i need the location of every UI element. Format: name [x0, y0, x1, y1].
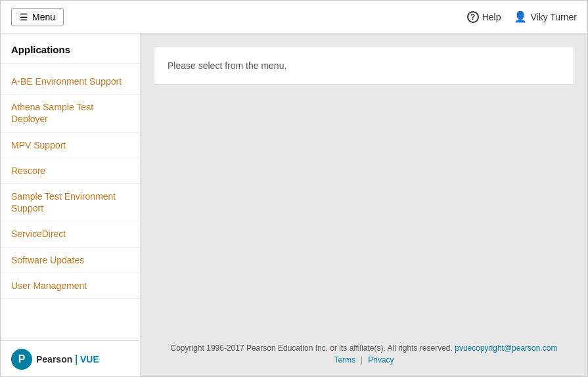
- menu-button[interactable]: ☰ Menu: [11, 8, 64, 26]
- copyright-text: Copyright 1996-2017 Pearson Education In…: [154, 344, 574, 353]
- sidebar-nav-item[interactable]: A-BE Environment Support: [1, 69, 140, 95]
- main-layout: Applications A-BE Environment SupportAth…: [1, 33, 587, 377]
- sidebar-footer: P Pearson | VUE: [1, 340, 140, 377]
- footer-separator: |: [361, 355, 363, 365]
- sidebar-nav-item[interactable]: ServiceDirect: [1, 221, 140, 247]
- footer-links: Terms | Privacy: [154, 355, 574, 365]
- sidebar-nav-item[interactable]: Sample Test Environment Support: [1, 184, 140, 221]
- sidebar-nav-item[interactable]: MPV Support: [1, 133, 140, 158]
- help-icon: ?: [467, 11, 479, 23]
- sidebar-nav-item[interactable]: Athena Sample Test Deployer: [1, 95, 140, 132]
- pearson-vue-text: | VUE: [75, 354, 99, 365]
- menu-label: Menu: [32, 12, 55, 22]
- hamburger-icon: ☰: [20, 12, 28, 22]
- content-footer: Copyright 1996-2017 Pearson Education In…: [154, 337, 574, 365]
- content-area: Please select from the menu. Copyright 1…: [141, 33, 587, 377]
- sidebar: Applications A-BE Environment SupportAth…: [1, 33, 141, 377]
- help-label: Help: [482, 12, 501, 22]
- header-left: ☰ Menu: [11, 8, 64, 26]
- header-right: ? Help 👤 Viky Turner: [467, 11, 577, 23]
- user-link[interactable]: 👤 Viky Turner: [514, 11, 577, 23]
- pearson-letter: P: [18, 353, 26, 365]
- sidebar-nav-item[interactable]: User Management: [1, 273, 140, 299]
- copyright-notice: Copyright 1996-2017 Pearson Education In…: [171, 344, 453, 353]
- pearson-brand: Pearson: [36, 354, 72, 365]
- select-message-box: Please select from the menu.: [154, 47, 574, 85]
- header: ☰ Menu ? Help 👤 Viky Turner: [1, 1, 587, 33]
- sidebar-nav: A-BE Environment SupportAthena Sample Te…: [1, 64, 140, 340]
- sidebar-title: Applications: [1, 33, 140, 64]
- terms-link[interactable]: Terms: [334, 355, 355, 365]
- pearson-logo: P Pearson | VUE: [11, 349, 99, 370]
- privacy-link[interactable]: Privacy: [368, 355, 394, 365]
- pearson-circle-logo: P: [11, 349, 32, 370]
- user-name: Viky Turner: [530, 12, 577, 22]
- sidebar-nav-item[interactable]: Software Updates: [1, 248, 140, 273]
- sidebar-nav-item[interactable]: Rescore: [1, 158, 140, 184]
- select-message: Please select from the menu.: [168, 60, 286, 71]
- help-link[interactable]: ? Help: [467, 11, 501, 23]
- copyright-email[interactable]: pvuecopyright@pearson.com: [455, 344, 557, 353]
- pearson-text: Pearson | VUE: [36, 354, 99, 365]
- user-icon: 👤: [514, 11, 527, 23]
